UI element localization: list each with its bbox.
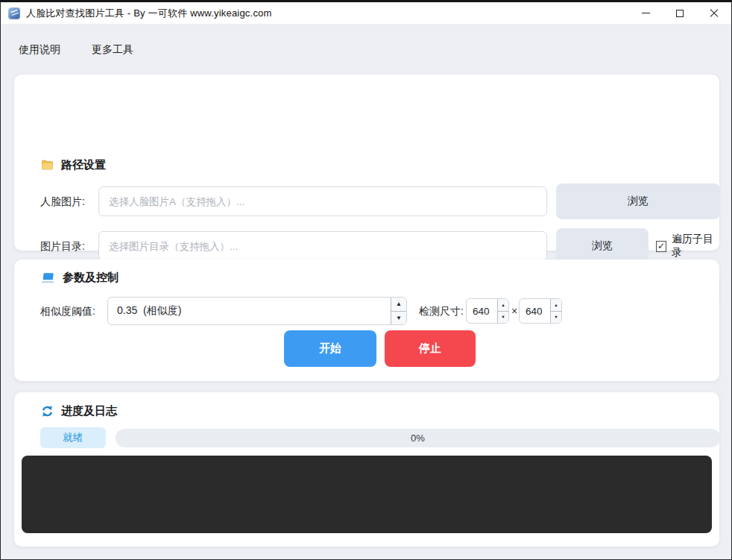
app-icon <box>8 7 20 19</box>
path-settings-header: 路径设置 <box>41 158 106 172</box>
minimize-button[interactable] <box>628 2 663 24</box>
params-header: 参数及控制 <box>41 271 119 285</box>
start-button[interactable]: 开始 <box>284 330 376 367</box>
detect-size-label: 检测尺寸: <box>419 298 464 324</box>
detect-height-input[interactable] <box>520 299 550 323</box>
progress-title: 进度及日志 <box>61 404 117 418</box>
similarity-spin-buttons: ▲ ▼ <box>391 298 406 324</box>
progress-percent: 0% <box>411 432 425 444</box>
maximize-button[interactable] <box>663 2 697 24</box>
similarity-spinbox: ▲ ▼ <box>107 297 407 325</box>
traverse-subdirs-label: 遍历子目录 <box>672 233 719 259</box>
status-badge: 就绪 <box>40 427 106 448</box>
sync-icon <box>41 405 54 418</box>
detect-width-spin-down-button[interactable]: ▼ <box>498 311 508 324</box>
detect-width-spinbox: ▲ ▼ <box>466 298 509 324</box>
size-separator: × <box>511 298 517 324</box>
progress-bar: 0% <box>116 429 720 447</box>
detect-width-input[interactable] <box>467 299 497 323</box>
menu-bar: 使用说明 更多工具 <box>14 42 138 58</box>
similarity-input[interactable] <box>108 298 391 324</box>
image-dir-label: 图片目录: <box>40 231 85 261</box>
face-image-label: 人脸图片: <box>40 186 85 216</box>
window-controls <box>628 2 731 24</box>
menu-item-usage-help[interactable]: 使用说明 <box>14 42 65 58</box>
similarity-spin-down-button[interactable]: ▼ <box>391 311 406 325</box>
minimize-icon <box>642 13 650 13</box>
detect-height-spin-down-button[interactable]: ▼ <box>551 311 561 324</box>
detect-height-spinbox: ▲ ▼ <box>519 298 562 324</box>
similarity-threshold-label: 相似度阈值: <box>40 297 95 325</box>
browse-face-image-button[interactable]: 浏览 <box>556 183 720 219</box>
image-dir-input[interactable] <box>98 231 547 261</box>
progress-header: 进度及日志 <box>41 404 117 418</box>
face-image-input[interactable] <box>98 186 547 216</box>
similarity-spin-up-button[interactable]: ▲ <box>391 298 406 311</box>
close-icon <box>710 9 719 18</box>
progress-log-card: 进度及日志 就绪 0% <box>14 392 719 547</box>
title-bar: 人脸比对查找图片工具 - By 一可软件 www.yikeaigc.com <box>1 2 731 25</box>
laptop-icon <box>41 272 55 284</box>
detect-height-spin-buttons: ▲ ▼ <box>550 299 561 323</box>
params-control-card: 参数及控制 相似度阈值: ▲ ▼ 检测尺寸: ▲ ▼ × ▲ ▼ <box>14 259 719 381</box>
close-button[interactable] <box>697 2 731 24</box>
params-title: 参数及控制 <box>63 271 119 285</box>
detect-height-spin-up-button[interactable]: ▲ <box>551 299 561 311</box>
traverse-subdirs-checkbox[interactable]: ✓ 遍历子目录 <box>656 228 719 264</box>
path-settings-title: 路径设置 <box>61 158 106 172</box>
detect-width-spin-up-button[interactable]: ▲ <box>498 299 508 311</box>
stop-button[interactable]: 停止 <box>385 330 476 367</box>
menu-item-more-tools[interactable]: 更多工具 <box>87 42 138 58</box>
checkbox-check-icon: ✓ <box>656 241 666 252</box>
app-window: 人脸比对查找图片工具 - By 一可软件 www.yikeaigc.com 使用… <box>0 0 732 560</box>
log-output-area[interactable] <box>22 456 712 533</box>
maximize-icon <box>676 10 684 17</box>
window-title: 人脸比对查找图片工具 - By 一可软件 www.yikeaigc.com <box>26 7 272 20</box>
browse-image-dir-button[interactable]: 浏览 <box>556 228 649 264</box>
detect-width-spin-buttons: ▲ ▼ <box>497 299 508 323</box>
folder-icon <box>41 159 54 172</box>
path-settings-card: 路径设置 人脸图片: 浏览 图片目录: 浏览 ✓ 遍历子目录 保存目录: 浏览 <box>14 75 719 251</box>
